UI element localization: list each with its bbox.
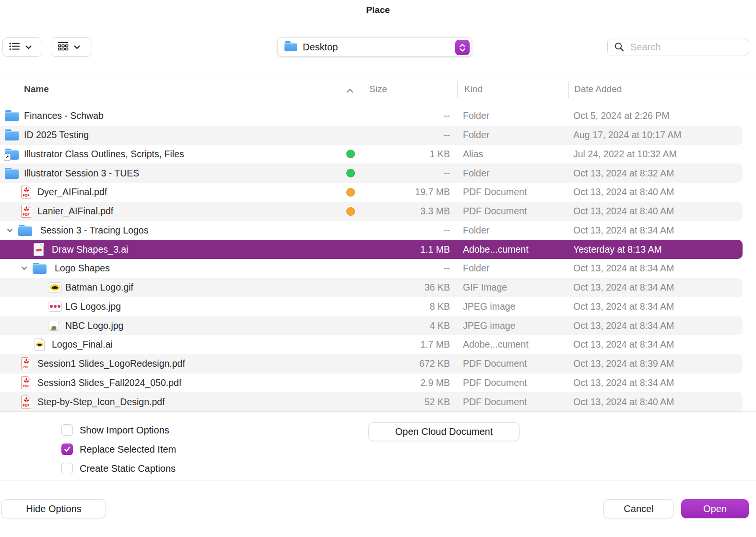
file-kind: JPEG image <box>463 297 515 316</box>
pdf-file-icon: PDF <box>21 357 31 370</box>
open-cloud-document-button[interactable]: Open Cloud Document <box>368 422 520 441</box>
divider <box>0 101 756 101</box>
alias-arrow-icon: ↗ <box>4 154 11 161</box>
column-header-size[interactable]: Size <box>369 84 387 94</box>
chevron-down-icon <box>74 43 80 51</box>
column-header-kind[interactable]: Kind <box>464 84 483 94</box>
file-date: Oct 13, 2024 at 8:40 AM <box>573 392 674 411</box>
checkbox-label: Show Import Options <box>80 425 169 436</box>
pdf-file-icon: PDF <box>21 205 31 218</box>
open-button[interactable]: Open <box>681 499 749 518</box>
table-row[interactable]: ID 2025 Testing -- Folder Aug 17, 2024 a… <box>0 126 756 145</box>
file-list: Finances - Schwab -- Folder Oct 5, 2024 … <box>0 106 756 411</box>
file-icon <box>5 126 19 145</box>
file-date: Oct 13, 2024 at 8:34 AM <box>573 297 674 316</box>
folder-icon <box>5 168 19 179</box>
file-icon: PDF <box>21 354 31 374</box>
tag-dot <box>346 188 355 197</box>
table-row[interactable]: Logo Shapes -- Folder Oct 13, 2024 at 8:… <box>0 259 756 278</box>
table-row[interactable]: PDF Lanier_AIFinal.pdf 3.3 MB PDF Docume… <box>0 202 756 221</box>
file-kind: Adobe...cument <box>463 240 529 259</box>
file-kind: GIF Image <box>463 278 507 297</box>
table-row[interactable]: Batman Logo.gif 36 KB GIF Image Oct 13, … <box>0 278 756 297</box>
table-row[interactable]: Draw Shapes_3.ai 1.1 MB Adobe...cument Y… <box>0 240 756 259</box>
file-kind: JPEG image <box>463 316 515 335</box>
search-icon <box>614 42 625 52</box>
file-date: Oct 5, 2024 at 2:26 PM <box>573 106 670 126</box>
checkbox[interactable] <box>61 444 73 455</box>
table-row[interactable]: PDF Session1 Slides_LogoRedesign.pdf 672… <box>0 354 756 374</box>
table-row[interactable]: Illustrator Session 3 - TUES -- Folder O… <box>0 163 756 183</box>
file-size: 1 KB <box>392 145 450 164</box>
file-icon <box>35 335 45 354</box>
file-icon <box>48 278 62 297</box>
stepper-icon[interactable] <box>455 40 470 55</box>
file-kind: PDF Document <box>463 392 527 411</box>
file-name: Illustrator Session 3 - TUES <box>24 163 139 183</box>
table-row[interactable]: ↗ Illustrator Class Outlines, Scripts, F… <box>0 145 756 164</box>
file-icon: PDF <box>21 392 31 411</box>
table-row[interactable]: Session 3 - Tracing Logos -- Folder Oct … <box>0 221 756 240</box>
folder-icon <box>5 129 19 140</box>
search-field[interactable] <box>607 38 748 56</box>
file-size: -- <box>392 221 450 240</box>
file-size: 19.7 MB <box>392 183 450 202</box>
checkbox-row[interactable]: Create Static Captions <box>61 459 176 478</box>
list-view-button[interactable] <box>2 37 42 57</box>
file-icon <box>5 163 19 183</box>
lg-logo-thumbnail <box>48 302 62 312</box>
table-row[interactable]: PDF Dyer_AIFinal.pdf 19.7 MB PDF Documen… <box>0 183 756 202</box>
file-icon <box>5 106 19 126</box>
file-name: Lanier_AIFinal.pdf <box>37 202 113 221</box>
checkbox-row[interactable]: Show Import Options <box>61 420 169 440</box>
column-header-date-added[interactable]: Date Added <box>574 84 622 94</box>
file-kind: Folder <box>463 259 489 278</box>
table-row[interactable]: NBC Logo.jpg 4 KB JPEG image Oct 13, 202… <box>0 316 756 335</box>
file-date: Oct 13, 2024 at 8:39 AM <box>573 354 674 374</box>
folder-icon <box>284 41 297 53</box>
file-size: 36 KB <box>392 278 450 297</box>
table-row[interactable]: Finances - Schwab -- Folder Oct 5, 2024 … <box>0 106 756 126</box>
file-size: 3.3 MB <box>392 202 450 221</box>
file-size: 8 KB <box>392 297 450 316</box>
file-date: Jul 24, 2022 at 10:32 AM <box>573 145 677 164</box>
file-kind: PDF Document <box>463 183 527 202</box>
sort-asc-icon[interactable] <box>346 86 354 95</box>
file-name: Dyer_AIFinal.pdf <box>37 183 107 202</box>
file-icon: PDF <box>21 183 31 202</box>
file-name: Session1 Slides_LogoRedesign.pdf <box>37 354 185 374</box>
file-name: Draw Shapes_3.ai <box>52 240 128 259</box>
cancel-button[interactable]: Cancel <box>603 499 674 518</box>
divider <box>0 480 756 480</box>
table-row[interactable]: PDF Session3 Slides_Fall2024_050.pdf 2.9… <box>0 374 756 393</box>
divider <box>0 78 756 78</box>
hide-options-button[interactable]: Hide Options <box>1 499 106 518</box>
file-kind: PDF Document <box>463 374 527 393</box>
list-icon <box>9 42 20 53</box>
location-dropdown[interactable]: Desktop <box>277 37 472 57</box>
folder-icon <box>18 225 32 236</box>
checkbox[interactable] <box>61 424 73 436</box>
file-kind: Folder <box>463 221 489 240</box>
file-date: Oct 13, 2024 at 8:32 AM <box>573 163 674 183</box>
file-icon <box>48 297 62 316</box>
file-size: -- <box>392 259 450 278</box>
column-header-name[interactable]: Name <box>24 84 49 94</box>
checkbox[interactable] <box>61 463 73 474</box>
checkbox-row[interactable]: Replace Selected Item <box>61 440 176 459</box>
file-kind: Alias <box>463 145 483 164</box>
file-size: 1.1 MB <box>392 240 450 259</box>
file-date: Oct 13, 2024 at 8:34 AM <box>573 278 674 297</box>
table-row[interactable]: LG Logos.jpg 8 KB JPEG image Oct 13, 202… <box>0 297 756 316</box>
file-date: Oct 13, 2024 at 8:34 AM <box>573 374 674 393</box>
search-input[interactable] <box>629 41 748 53</box>
table-row[interactable]: Logos_Final.ai 1.7 MB Adobe...cument Oct… <box>0 335 756 354</box>
file-size: 52 KB <box>392 392 450 411</box>
table-row[interactable]: PDF Step-by-Step_Icon_Design.pdf 52 KB P… <box>0 392 756 411</box>
disclosure-chevron-icon[interactable] <box>20 259 28 278</box>
nbc-logo-thumbnail <box>48 321 59 331</box>
group-view-button[interactable] <box>51 37 92 57</box>
file-date: Yesterday at 8:13 AM <box>573 240 662 259</box>
disclosure-chevron-icon[interactable] <box>6 221 13 240</box>
file-size: 1.7 MB <box>392 335 450 354</box>
